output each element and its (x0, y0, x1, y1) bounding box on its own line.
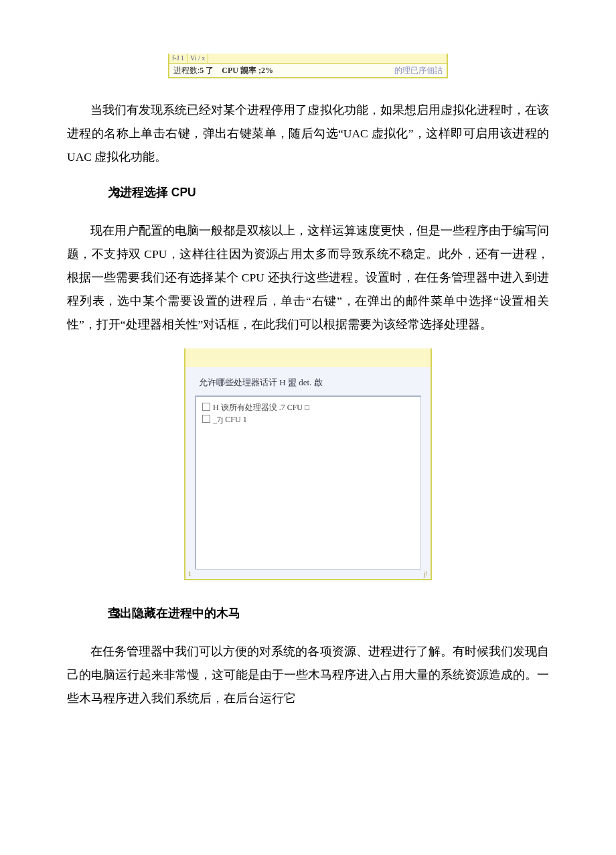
heading-2: 2. 为进程选择 CPU (67, 181, 549, 204)
statusbar-bottom-row: 进程数:5 了 CPU 觊率 ;2% 的理已序佃詁 (169, 64, 447, 77)
cpu-usage: CPU 觊率 ;2% (218, 65, 277, 76)
checkbox-icon[interactable] (202, 403, 210, 411)
heading-2-number: 2. (90, 181, 104, 204)
heading-3-number: 3. (90, 602, 104, 625)
paragraph-2: 现在用户配置的电脑一般都是双核以上，这样运算速度更快，但是一些程序由于编写问题，… (67, 219, 549, 336)
process-value: 5 了 (200, 66, 214, 75)
affinity-dialog: 允许哪些处理器话讦 H 盟 det. 啟 H 谀所有处理器没 .7 CFU □ … (184, 348, 432, 580)
process-count-label: 进程数:5 了 (169, 65, 218, 76)
cpu-listbox: H 谀所有处理器没 .7 CFU □ _7j CFU 1 (195, 395, 421, 570)
cpu-row-1[interactable]: _7j CFU 1 (202, 413, 414, 425)
heading-2-text: 为进程选择 CPU (108, 186, 196, 199)
cpu-value: 2% (261, 66, 273, 75)
dialog-titlebar (185, 348, 431, 367)
dialog-bottom-right-marker: j! (424, 570, 428, 578)
process-label-text: 进程数: (173, 66, 200, 75)
cpu-label-text: CPU 觊率 ; (222, 66, 261, 75)
status-spacer (208, 54, 447, 63)
status-cell-2: Vi / x (187, 54, 208, 63)
heading-3-text: 查出隐藏在进程中的木马 (108, 606, 240, 620)
figure-affinity-dialog: 允许哪些处理器话讦 H 盟 det. 啟 H 谀所有处理器没 .7 CFU □ … (184, 348, 432, 580)
paragraph-3: 在任务管理器中我们可以方便的对系统的各项资源、进程进行了解。有时候我们发现自己的… (67, 640, 549, 710)
dialog-prompt: 允许哪些处理器话讦 H 盟 det. 啟 (185, 367, 431, 395)
cpu-row-all[interactable]: H 谀所有处理器没 .7 CFU □ (202, 401, 414, 413)
cpu-row-1-label: _7j CFU 1 (213, 415, 247, 424)
status-cell-1: f-J 1 (169, 54, 187, 63)
right-status-text: 的理已序佃詁 (390, 65, 447, 76)
checkbox-icon[interactable] (202, 415, 210, 423)
dialog-bottom-left-marker: 1 (188, 570, 191, 578)
statusbar-top-row: f-J 1 Vi / x (169, 54, 447, 64)
document-page: f-J 1 Vi / x 进程数:5 了 CPU 觊率 ;2% 的理已序佃詁 当… (0, 0, 616, 763)
taskmgr-statusbar: f-J 1 Vi / x 进程数:5 了 CPU 觊率 ;2% 的理已序佃詁 (168, 54, 448, 78)
heading-3: 3. 查出隐藏在进程中的木马 (67, 602, 549, 625)
figure-taskmgr-status: f-J 1 Vi / x 进程数:5 了 CPU 觊率 ;2% 的理已序佃詁 (168, 54, 448, 78)
cpu-row-all-label: H 谀所有处理器没 .7 CFU □ (213, 403, 309, 412)
paragraph-1: 当我们有发现系统已经对某个进程停用了虚拟化功能，如果想启用虚拟化进程时，在该进程… (67, 98, 549, 169)
